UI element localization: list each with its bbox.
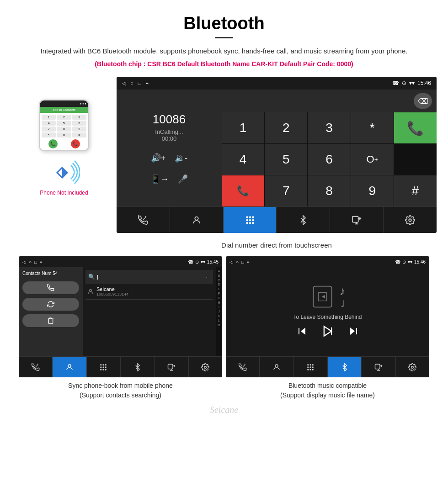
alpha-a[interactable]: A: [218, 269, 220, 274]
alpha-i[interactable]: I: [219, 305, 219, 309]
key-4[interactable]: 4: [222, 144, 264, 175]
alpha-d[interactable]: D: [218, 282, 220, 287]
phone-side-panel: ● ● ● Add to Contacts 1 2 3 4 5 6 7 8 9 …: [11, 72, 117, 196]
nav-settings[interactable]: [384, 207, 437, 233]
alpha-g[interactable]: G: [218, 296, 220, 301]
backspace-button[interactable]: ⌫: [414, 93, 432, 109]
key-0plus[interactable]: O+: [351, 144, 394, 175]
cs-recents-icon: □: [34, 259, 37, 264]
alpha-e[interactable]: E: [218, 287, 220, 291]
delete-contact-button[interactable]: [22, 314, 79, 327]
mnav-settings[interactable]: [396, 357, 429, 377]
cs-home-icon: ○: [29, 259, 32, 264]
svg-rect-17: [105, 364, 107, 365]
next-track-button[interactable]: [348, 326, 359, 339]
phone-key-6: 6: [72, 121, 86, 126]
music-layout: ♪ ♩ To Leave Something Behind: [226, 267, 429, 356]
svg-rect-37: [310, 366, 311, 368]
search-input[interactable]: |: [97, 274, 203, 280]
page-header: Bluetooth Integrated with BC6 Bluetooth …: [0, 0, 448, 72]
contacts-search-bar[interactable]: 🔍 | ←: [85, 270, 213, 284]
call-contact-button[interactable]: [22, 281, 79, 294]
key-hash[interactable]: #: [394, 175, 437, 206]
end-call-button[interactable]: 📞: [222, 175, 264, 206]
call-timer: 00:00: [124, 135, 214, 142]
mnav-call[interactable]: [226, 357, 260, 377]
cs-loc-icon: ⊙: [195, 259, 199, 264]
alpha-b[interactable]: B: [218, 274, 220, 278]
play-pause-button[interactable]: [321, 325, 334, 340]
nav-transfer[interactable]: [330, 207, 384, 233]
mnav-dialpad[interactable]: [294, 357, 328, 377]
mnav-bluetooth[interactable]: [328, 357, 362, 377]
phone-key-7: 7: [42, 127, 56, 132]
back-icon: ◁: [122, 80, 126, 86]
svg-rect-5: [246, 219, 248, 221]
bnav-bluetooth[interactable]: [121, 357, 155, 377]
bnav-transfer[interactable]: [155, 357, 188, 377]
music-controls: [297, 325, 359, 340]
phone-key-hash: #: [72, 132, 86, 137]
bnav-dialpad[interactable]: [87, 357, 121, 377]
key-6[interactable]: 6: [308, 144, 350, 175]
bnav-call[interactable]: [19, 357, 53, 377]
dial-nav-bar: [117, 206, 437, 233]
alpha-k[interactable]: K: [218, 314, 220, 318]
key-9[interactable]: 9: [351, 175, 394, 206]
refresh-contact-button[interactable]: [22, 298, 79, 311]
mnav-transfer[interactable]: [362, 357, 395, 377]
phone-status-bar: ● ● ●: [40, 100, 88, 107]
transfer-button[interactable]: 📱→: [150, 174, 169, 184]
key-8[interactable]: 8: [308, 175, 350, 206]
key-2[interactable]: 2: [265, 112, 307, 143]
ms-call-icon: ☎: [395, 259, 400, 264]
key-star[interactable]: *: [351, 112, 394, 143]
key-5[interactable]: 5: [265, 144, 307, 175]
phone-app-header: Add to Contacts: [40, 107, 88, 113]
nav-bluetooth[interactable]: [277, 207, 330, 233]
svg-point-43: [411, 366, 414, 368]
phone-key-3: 3: [72, 115, 86, 120]
bottom-screens-row: ◁ ○ □ ▪▪ ☎ ⊙ ▾▾ 15:45 Contacts Num:54: [18, 256, 430, 377]
contact-item[interactable]: Seicane 10655059113144: [85, 284, 213, 300]
mnav-contacts[interactable]: [260, 357, 293, 377]
alpha-l[interactable]: L: [218, 318, 220, 323]
svg-rect-33: [308, 364, 309, 365]
svg-rect-4: [252, 216, 254, 218]
key-3[interactable]: 3: [308, 112, 350, 143]
nav-contacts[interactable]: [170, 207, 224, 233]
svg-rect-35: [312, 364, 314, 365]
svg-marker-28: [324, 326, 331, 336]
nav-dialpad[interactable]: [224, 207, 277, 233]
alpha-m[interactable]: M: [218, 323, 220, 328]
dial-caption: Dial number direct from touchscreen: [221, 241, 332, 249]
bnav-contacts[interactable]: [53, 357, 86, 377]
alpha-j[interactable]: J: [218, 309, 220, 314]
search-icon: 🔍: [88, 274, 95, 280]
music-caption: Bluetooth music compatible(Support displ…: [226, 381, 429, 400]
svg-point-14: [68, 365, 71, 367]
alpha-f[interactable]: F: [218, 291, 220, 296]
phone-key-2: 2: [57, 115, 71, 120]
alpha-c[interactable]: C: [218, 278, 220, 283]
mute-button[interactable]: 🎤: [178, 174, 188, 184]
phone-key-8: 8: [57, 127, 71, 132]
cs-time: 15:45: [207, 259, 219, 264]
svg-rect-24: [168, 364, 173, 369]
ms-loc-icon: ⊙: [402, 259, 406, 264]
bnav-settings[interactable]: [189, 357, 222, 377]
prev-track-button[interactable]: [297, 326, 308, 339]
alpha-h[interactable]: H: [218, 301, 220, 305]
volume-down-button[interactable]: 🔉-: [175, 153, 187, 163]
phone-action-buttons: 📞 📞: [42, 139, 86, 148]
key-7[interactable]: 7: [265, 175, 307, 206]
nav-call[interactable]: [117, 207, 170, 233]
contact-number: 10655059113144: [96, 292, 128, 296]
key-1[interactable]: 1: [222, 112, 264, 143]
phone-call-button[interactable]: 📞: [48, 139, 58, 148]
svg-point-32: [275, 365, 278, 367]
volume-up-button[interactable]: 🔊+: [151, 153, 166, 163]
call-button[interactable]: 📞: [394, 112, 437, 143]
phone-end-button[interactable]: 📞: [71, 139, 80, 148]
phone-key-0: 0: [57, 132, 71, 137]
